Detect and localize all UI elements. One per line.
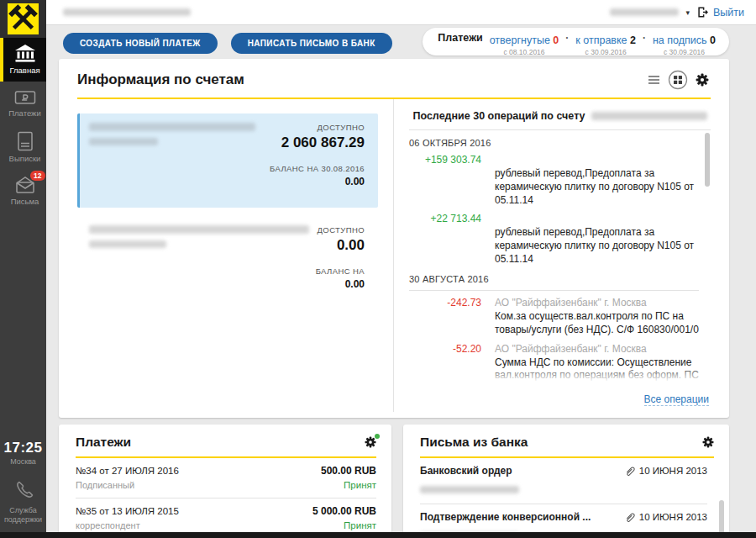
panel-title: Информация по счетам [77,71,244,88]
payments-settings[interactable] [365,436,376,448]
envelope-icon: 12 [14,176,36,194]
operation-row[interactable]: +22 713.44 рублевый перевод,Предоплата з… [409,213,699,266]
rejected-count: 0 [553,34,559,46]
operation-amount: +159 303.74 [409,154,481,207]
main-content: СОЗДАТЬ НОВЫЙ ПЛАТЕЖ НАПИСАТЬ ПИСЬМО В Б… [46,25,756,538]
redacted-letter-recipient [420,486,519,493]
topbar: ▾ Выйти [46,0,756,25]
grid-view-icon[interactable] [668,70,688,90]
status-to-send[interactable]: к отправке 2 с 30.09.2016 [575,32,636,56]
to-sign-since: с 30.09.2016 [653,48,716,56]
to-sign-count: 0 [710,34,716,46]
sidebar-item-label: Выписки [9,154,41,163]
status-to-sign[interactable]: на подпись 0 с 30.09.2016 [653,32,716,56]
payment-number: №35 от 13 ИЮЛЯ 2015 [76,506,179,516]
operation-description: рублевый перевод,Предоплата за керамичес… [495,167,699,207]
clock-city: Москва [0,457,46,466]
operation-payee [495,154,699,166]
operation-description: рублевый перевод,Предоплата за керамичес… [495,226,699,266]
sidebar-nav: Главная Платежи Выписки [0,38,46,213]
balance-label: БАЛАНС НА [316,266,365,276]
payment-amount: 5 000.00 RUB [312,505,376,517]
banknote-icon [14,89,36,106]
balance-amount: 0.00 [270,176,365,187]
raiffeisen-logo-icon [8,3,39,34]
to-send-count: 2 [630,34,636,46]
dot-separator [565,32,569,44]
support-label[interactable]: Служба поддержки [0,506,46,525]
operations-group: 30 АВГУСТА 2016 -242.73 АО "Райффайзенба… [409,274,699,385]
letter-date: 10 ИЮНЯ 2013 [639,512,707,522]
sidebar-item-label: Письма [11,197,39,206]
quick-actions: СОЗДАТЬ НОВЫЙ ПЛАТЕЖ НАПИСАТЬ ПИСЬМО В Б… [63,33,392,54]
phone-icon [0,479,46,503]
operation-description: Сумма НДС по комиссии: Осуществление вал… [495,356,699,383]
payment-number: №34 от 27 ИЮЛЯ 2016 [76,466,179,476]
to-send-since: с 30.09.2016 [575,48,636,56]
letter-row[interactable]: Банковский ордер 10 ИЮНЯ 2013 [420,458,707,504]
sidebar-item-label: Главная [9,66,39,75]
sidebar-item-statements[interactable]: Выписки [0,125,46,169]
raiffeisen-logo[interactable] [0,0,46,38]
panel-title: Письма из банка [420,435,528,450]
chevron-down-icon[interactable]: ▾ [685,8,690,17]
payment-amount: 500.00 RUB [321,465,376,477]
letter-date: 10 ИЮНЯ 2013 [639,466,707,476]
operation-row[interactable]: +159 303.74 рублевый перевод,Предоплата … [409,154,699,207]
operation-row[interactable]: -242.73 АО "Райффайзенбанк" г. Москва Ко… [409,297,699,337]
redacted-company-name [63,8,191,16]
payment-type: Подписанный [76,480,134,490]
redacted-account-number [89,225,309,234]
operations-scrollbar[interactable] [705,133,710,187]
accounts-info-panel: Информация по счетам [59,59,729,418]
create-payment-button[interactable]: СОЗДАТЬ НОВЫЙ ПЛАТЕЖ [63,33,218,54]
sidebar-item-label: Платежи [8,108,41,118]
operation-row[interactable]: -52.20 АО "Райффайзенбанк" г. Москва Сум… [409,343,699,383]
balance-label: БАЛАНС НА 30.08.2016 [270,164,365,173]
operation-amount: -52.20 [409,343,481,383]
payment-row[interactable]: №34 от 27 ИЮЛЯ 2016 500.00 RUB Подписанн… [76,458,376,498]
payments-status-pill: Платежи отвергнутые 0 с 08.10.2016 к отп… [423,28,729,55]
dot-separator [643,32,646,44]
letter-title: Подтверждение конверсионной ... [420,511,591,523]
document-icon [17,131,34,151]
operations-date: 06 ОКТЯБРЯ 2016 [409,138,699,148]
sidebar: Главная Платежи Выписки [0,0,46,538]
payment-status: Принят [344,480,376,490]
gear-icon [702,436,714,448]
redacted-user-name[interactable] [610,8,679,16]
letters-badge: 12 [30,171,45,181]
sidebar-footer: 17:25 Москва Служба поддержки [0,440,46,525]
bank-icon [14,45,36,63]
redacted-account-type [89,138,158,145]
logout-button[interactable]: Выйти [696,6,744,18]
rejected-since: с 08.10.2016 [490,48,559,56]
operations-list[interactable]: 06 ОКТЯБРЯ 2016 +159 303.74 рублевый пер… [409,129,711,385]
write-letter-button[interactable]: НАПИСАТЬ ПИСЬМО В БАНК [231,33,392,54]
redacted-operations-account [591,112,707,120]
letters-settings[interactable] [702,436,714,448]
account-card[interactable]: ДОСТУПНО 0.00 БАЛАНС НА 0.00 [77,216,378,310]
letter-title: Банковский ордер [420,465,512,477]
sidebar-item-letters[interactable]: 12 Письма [0,169,46,213]
available-label: ДОСТУПНО [316,225,365,235]
list-view-icon[interactable] [648,75,660,85]
payments-status-label: Платежи [438,32,482,44]
exit-door-icon [696,6,709,18]
operations-panel: Последние 30 операций по счету 06 ОКТЯБР… [393,99,729,412]
payment-type: корреспондент [76,520,140,530]
gear-icon[interactable] [696,73,709,87]
accounts-list: ДОСТУПНО 2 060 867.29 БАЛАНС НА 30.08.20… [59,99,393,412]
status-rejected[interactable]: отвергнутые 0 с 08.10.2016 [490,32,559,56]
available-amount: 0.00 [316,237,365,254]
panel-title: Платежи [76,435,131,450]
all-operations-link[interactable]: Все операции [644,393,709,406]
gear-notification-dot [375,434,380,439]
operation-payee: АО "Райффайзенбанк" г. Москва [495,297,699,309]
sidebar-item-home[interactable]: Главная [0,38,46,82]
window-edge [0,532,756,538]
operation-description: Ком.за осуществ.вал.контроля по ПС на то… [495,310,699,337]
sidebar-item-payments[interactable]: Платежи [0,82,46,125]
operations-date: 30 АВГУСТА 2016 [409,274,699,291]
account-card-selected[interactable]: ДОСТУПНО 2 060 867.29 БАЛАНС НА 30.08.20… [77,113,378,208]
